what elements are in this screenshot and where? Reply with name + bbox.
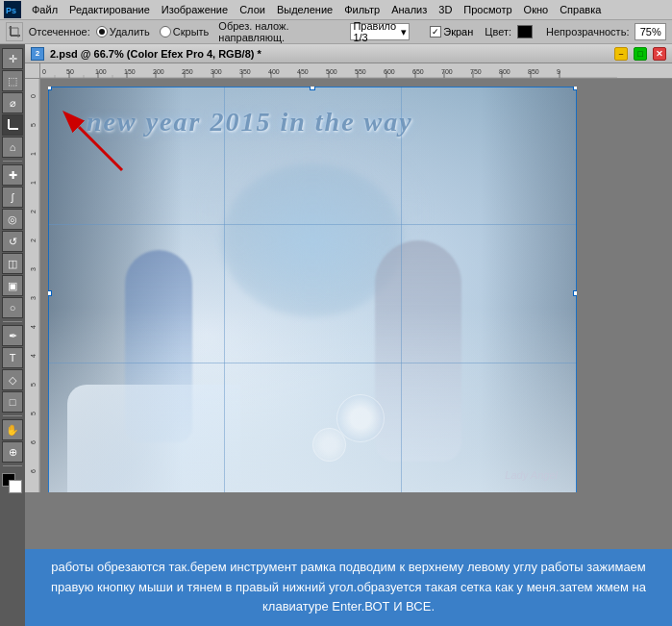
rule-dropdown[interactable]: Правило 1/3 ▾ (350, 23, 410, 40)
opacity-value: 75% (640, 26, 661, 38)
image-title-text: new year 2015 in the way (87, 106, 538, 138)
tool-hand[interactable]: ✋ (2, 419, 23, 440)
toolbar-separator-3 (3, 415, 22, 416)
document-icon: 2 (31, 47, 44, 61)
svg-text:3: 3 (30, 296, 37, 300)
menu-image[interactable]: Изображение (157, 3, 233, 16)
tool-crop[interactable] (2, 114, 23, 136)
toolbar-separator-4 (3, 465, 22, 466)
instruction-text: работы обрезаются так.берем инструмент р… (44, 558, 653, 617)
ruler-row: 0 50 100 150 200 250 300 (25, 63, 672, 79)
menu-select[interactable]: Выделение (272, 3, 337, 16)
tool-history[interactable]: ↺ (2, 231, 23, 252)
tool-eyedropper[interactable]: ⌂ (2, 137, 23, 158)
svg-text:1: 1 (30, 181, 37, 185)
bg-color-swatch[interactable] (9, 480, 22, 493)
crop-tool-icon (6, 22, 23, 41)
menu-layers[interactable]: Слои (235, 3, 270, 16)
ruler-vertical: 0 5 1 1 2 2 3 3 4 4 5 5 6 6 (25, 79, 40, 492)
menu-3d[interactable]: 3D (434, 3, 457, 16)
opacity-label: Непрозрачность: (546, 26, 629, 38)
tool-healing[interactable]: ✚ (2, 164, 23, 186)
svg-text:150: 150 (124, 68, 136, 75)
tool-marquee[interactable]: ⬚ (2, 70, 23, 91)
svg-text:3: 3 (30, 267, 37, 271)
document-titlebar: 2 2.psd @ 66.7% (Color Efex Pro 4, RGB/8… (25, 44, 672, 63)
tool-path[interactable]: ◇ (2, 369, 23, 390)
radio-delete-label: Удалить (110, 26, 150, 38)
window-close-button[interactable]: ✕ (653, 47, 666, 61)
canvas-viewport[interactable]: new year 2015 in the way Lady Angel (40, 79, 672, 492)
radio-delete[interactable]: Удалить (96, 26, 150, 38)
tool-text[interactable]: T (2, 347, 23, 368)
svg-text:500: 500 (326, 68, 337, 75)
svg-text:600: 600 (384, 68, 395, 75)
ps-logo-icon: Ps (4, 1, 21, 18)
ruler-horizontal: 0 50 100 150 200 250 300 (40, 63, 672, 79)
tool-lasso[interactable]: ⌀ (2, 92, 23, 113)
menu-help[interactable]: Справка (555, 3, 606, 16)
svg-text:5: 5 (30, 123, 37, 127)
menu-window[interactable]: Окно (519, 3, 554, 16)
svg-text:6: 6 (30, 469, 37, 473)
menu-edit[interactable]: Редактирование (64, 3, 155, 16)
screen-checkbox[interactable] (430, 26, 441, 38)
svg-text:350: 350 (239, 68, 251, 75)
tool-eraser[interactable]: ◫ (2, 253, 23, 274)
winter-scene-bg: new year 2015 in the way Lady Angel (48, 87, 577, 492)
ruler-corner (25, 63, 40, 79)
overlay-label: Обрез. налож. направляющ. (218, 20, 340, 43)
color-swatches[interactable] (2, 473, 23, 494)
svg-text:400: 400 (268, 68, 280, 75)
svg-text:1: 1 (30, 152, 37, 156)
clipped-label: Отсеченное: (29, 26, 90, 38)
options-bar: Отсеченное: Удалить Скрыть Обрез. налож.… (0, 19, 672, 44)
window-minimize-button[interactable]: – (614, 47, 628, 61)
svg-text:450: 450 (297, 68, 309, 75)
radio-hide-label: Скрыть (173, 26, 210, 38)
tool-shape[interactable]: □ (2, 391, 23, 413)
svg-text:800: 800 (499, 68, 510, 75)
menu-view[interactable]: Просмотр (459, 3, 516, 16)
svg-text:750: 750 (470, 68, 482, 75)
radio-hide[interactable]: Скрыть (160, 26, 210, 38)
rule-dropdown-value: Правило 1/3 (353, 20, 401, 43)
tool-move[interactable]: ✛ (2, 48, 23, 69)
screen-checkbox-label: Экран (443, 26, 473, 38)
tool-dodge[interactable]: ○ (2, 297, 23, 318)
main-area: ✛ ⬚ ⌀ ⌂ ✚ ∫ ◎ ↺ ◫ ▣ ○ ✒ T ◇ □ ✋ ⊕ (0, 44, 672, 626)
svg-text:2: 2 (30, 210, 37, 213)
radio-hide-dot[interactable] (160, 26, 171, 38)
color-swatch[interactable] (517, 25, 533, 38)
radio-group-delete-hide: Удалить Скрыть (96, 26, 210, 38)
color-label: Цвет: (485, 26, 511, 38)
svg-text:700: 700 (441, 68, 453, 75)
orb-2 (312, 428, 346, 462)
snow-branches (67, 385, 240, 492)
toolbar-separator-2 (3, 321, 22, 322)
tool-zoom[interactable]: ⊕ (2, 441, 23, 463)
svg-text:4: 4 (30, 354, 37, 358)
opacity-field[interactable]: 75% (635, 23, 666, 40)
menu-filter[interactable]: Фильтр (339, 3, 385, 16)
tool-pen[interactable]: ✒ (2, 325, 23, 346)
content-area: 2 2.psd @ 66.7% (Color Efex Pro 4, RGB/8… (25, 44, 672, 626)
svg-text:200: 200 (153, 68, 164, 75)
svg-text:4: 4 (30, 325, 37, 329)
menu-analysis[interactable]: Анализ (386, 3, 432, 16)
svg-text:850: 850 (528, 68, 539, 75)
toolbar-separator-1 (3, 161, 22, 162)
window-maximize-button[interactable]: □ (634, 47, 647, 61)
tool-clone[interactable]: ◎ (2, 209, 23, 230)
svg-text:5: 5 (30, 383, 37, 387)
svg-text:6: 6 (30, 440, 37, 444)
screen-checkbox-group[interactable]: Экран (430, 26, 473, 38)
radio-delete-dot[interactable] (96, 26, 108, 38)
svg-text:100: 100 (95, 68, 107, 75)
menu-file[interactable]: Файл (27, 3, 62, 16)
instruction-bar: работы обрезаются так.берем инструмент р… (25, 549, 672, 626)
tool-brush[interactable]: ∫ (2, 187, 23, 208)
tool-gradient[interactable]: ▣ (2, 275, 23, 296)
svg-text:Ps: Ps (6, 6, 16, 15)
svg-text:0: 0 (42, 68, 46, 75)
